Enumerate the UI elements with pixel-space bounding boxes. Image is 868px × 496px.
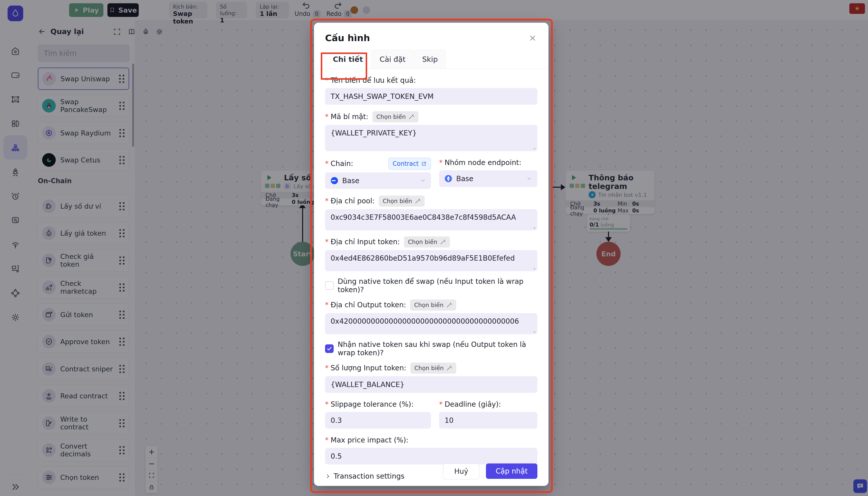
slippage-input[interactable]: [325, 412, 431, 429]
field-label-chain: *Chain:: [325, 159, 353, 169]
wand-icon: [446, 365, 452, 371]
receive-native-label: Nhận native token sau khi swap (nếu Outp…: [338, 340, 537, 357]
contract-link-button[interactable]: Contract: [388, 158, 431, 170]
checkbox-checked[interactable]: [325, 344, 334, 353]
input-token-textarea[interactable]: 0x4ed4E862860beD51a9570b96d89aF5E1B0Efef…: [325, 250, 537, 271]
field-label-amount: *Số lượng Input token: Chọn biến: [325, 362, 537, 374]
max-impact-input[interactable]: [325, 448, 537, 464]
checkbox-unchecked[interactable]: [325, 281, 334, 290]
eth-node-icon: [444, 174, 453, 183]
wand-icon: [440, 239, 446, 245]
use-native-label: Dùng native token để swap (nếu Input tok…: [338, 277, 537, 294]
field-label-endpoint: *Nhóm node endpoint:: [439, 158, 537, 168]
tabs-divider: [314, 68, 549, 69]
chevron-down-icon: [420, 177, 426, 184]
resize-handle-icon: [530, 144, 536, 150]
resize-handle-icon: [530, 328, 536, 333]
wand-icon: [414, 198, 421, 204]
field-label-deadline: *Deadline (giây):: [439, 399, 537, 409]
modal-tabs: Chi tiết Cài đặt Skip: [325, 50, 537, 68]
chain-select[interactable]: Base: [325, 172, 431, 189]
secret-textarea[interactable]: {WALLET_PRIVATE_KEY}: [325, 125, 537, 151]
modal-title: Cấu hình: [325, 33, 537, 43]
field-label-output-token: *Địa chỉ Output token: Chọn biến: [325, 299, 537, 311]
output-token-textarea[interactable]: 0x42000000000000000000000000000000000000…: [325, 313, 537, 334]
base-chain-icon: [330, 176, 339, 185]
resize-handle-icon: [530, 265, 536, 270]
use-native-checkbox-row[interactable]: Dùng native token để swap (nếu Input tok…: [325, 277, 537, 294]
pick-variable-chip[interactable]: Chọn biến: [410, 299, 456, 311]
pick-variable-chip[interactable]: Chọn biến: [404, 236, 450, 248]
chevron-down-icon: [526, 175, 532, 182]
cancel-button[interactable]: Huỷ: [443, 463, 479, 479]
update-button[interactable]: Cập nhật: [486, 463, 537, 479]
resize-handle-icon: [530, 224, 536, 229]
close-icon[interactable]: [528, 34, 537, 43]
deadline-input[interactable]: [439, 412, 537, 429]
pool-textarea[interactable]: 0xc9034c3E7F58003E6ae0C8438e7c8f4598d5AC…: [325, 209, 537, 230]
tab-cai-dat[interactable]: Cài đặt: [372, 50, 413, 68]
result-var-input[interactable]: [325, 88, 537, 105]
field-label-slippage: *Slippage tolerance (%):: [325, 399, 431, 409]
endpoint-select[interactable]: Base: [439, 170, 537, 187]
pick-variable-chip[interactable]: Chọn biến: [379, 196, 425, 207]
wand-icon: [408, 114, 414, 120]
external-link-icon: [421, 161, 427, 167]
tab-chi-tiet[interactable]: Chi tiết: [325, 50, 371, 68]
tab-skip[interactable]: Skip: [414, 50, 446, 68]
field-label-result-var: *Tên biến để lưu kết quả:: [325, 75, 537, 86]
pick-variable-chip[interactable]: Chọn biến: [373, 111, 419, 122]
amount-input[interactable]: [325, 376, 537, 393]
field-label-secret: *Mã bí mật: Chọn biến: [325, 111, 537, 122]
field-label-max-impact: *Max price impact (%):: [325, 435, 537, 445]
field-label-pool: *Địa chỉ pool: Chọn biến: [325, 196, 537, 207]
receive-native-checkbox-row[interactable]: Nhận native token sau khi swap (nếu Outp…: [325, 340, 537, 357]
wand-icon: [446, 302, 452, 308]
config-modal: Cấu hình Chi tiết Cài đặt Skip *Tên biến…: [314, 23, 549, 486]
pick-variable-chip[interactable]: Chọn biến: [410, 362, 456, 374]
chevron-right-icon: [325, 474, 331, 479]
field-label-input-token: *Địa chỉ Input token: Chọn biến: [325, 236, 537, 248]
